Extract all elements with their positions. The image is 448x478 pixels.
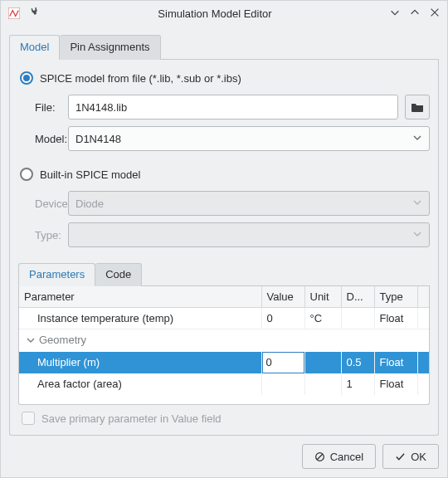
table-row[interactable]: Area factor (area)1Float: [19, 373, 429, 395]
table-row[interactable]: Instance temperature (temp)0°CFloat: [19, 308, 429, 329]
param-name[interactable]: Area factor (area): [19, 373, 261, 395]
device-combo: Diode: [68, 191, 430, 216]
radio-from-file-label: SPICE model from file (*.lib, *.sub or *…: [40, 72, 241, 85]
radio-builtin-label: Built-in SPICE model: [40, 168, 140, 181]
cancel-icon: [314, 451, 325, 462]
param-value[interactable]: [261, 373, 304, 395]
ok-button-label: OK: [411, 451, 426, 463]
param-value[interactable]: [261, 352, 304, 373]
close-icon[interactable]: [429, 7, 441, 21]
svg-line-2: [317, 454, 323, 460]
group-label: Geometry: [39, 334, 86, 346]
model-combo[interactable]: D1N4148: [68, 126, 430, 151]
device-label: Device:: [18, 198, 61, 210]
chevron-down-icon: [412, 229, 422, 241]
cell-spacer: [417, 308, 429, 329]
browse-file-button[interactable]: [405, 95, 430, 120]
pin-icon[interactable]: [29, 7, 41, 21]
param-default: 1: [341, 373, 374, 395]
model-tab-body: SPICE model from file (*.lib, *.sub or *…: [9, 60, 439, 436]
type-label: Type:: [18, 229, 61, 241]
content-area: Model Pin Assignments SPICE model from f…: [1, 26, 447, 436]
col-type[interactable]: Type: [374, 286, 417, 308]
radio-builtin-row[interactable]: Built-in SPICE model: [20, 168, 430, 181]
parameters-panel: Parameter Value Unit D... Type Instance …: [18, 286, 430, 405]
chevron-down-icon: [412, 198, 422, 210]
param-type: Float: [374, 308, 417, 329]
file-input[interactable]: [68, 95, 398, 120]
app-icon: [7, 7, 21, 20]
chevron-down-icon: [412, 133, 422, 145]
radio-from-file[interactable]: [20, 71, 33, 85]
inner-tabstrip: Parameters Code: [18, 262, 430, 286]
cell-spacer: [417, 352, 429, 373]
tab-pin-assignments[interactable]: Pin Assignments: [60, 35, 160, 60]
cell-spacer: [417, 373, 429, 395]
model-combo-value: D1N4148: [75, 133, 121, 145]
tab-code[interactable]: Code: [95, 263, 142, 286]
param-default: 0.5: [341, 352, 374, 373]
col-default[interactable]: D...: [341, 286, 374, 308]
col-parameter[interactable]: Parameter: [19, 286, 261, 308]
minimize-icon[interactable]: [389, 7, 401, 21]
cancel-button[interactable]: Cancel: [302, 444, 376, 469]
table-group-row[interactable]: Geometry: [19, 329, 429, 352]
col-value[interactable]: Value: [261, 286, 304, 308]
col-spacer: [417, 286, 429, 308]
save-primary-label: Save primary parameter in Value field: [41, 412, 222, 425]
param-default: [341, 308, 374, 329]
maximize-icon[interactable]: [409, 7, 421, 21]
device-combo-value: Diode: [75, 198, 104, 210]
title-bar: Simulation Model Editor: [1, 1, 447, 26]
param-type: Float: [374, 352, 417, 373]
cancel-button-label: Cancel: [330, 451, 363, 463]
window-title: Simulation Model Editor: [41, 7, 389, 20]
param-value[interactable]: 0: [261, 308, 304, 329]
check-icon: [395, 451, 406, 462]
radio-from-file-row[interactable]: SPICE model from file (*.lib, *.sub or *…: [20, 71, 430, 85]
param-name[interactable]: Multiplier (m): [19, 352, 261, 373]
table-header-row: Parameter Value Unit D... Type: [19, 286, 429, 308]
file-label: File:: [18, 101, 61, 114]
param-unit: °C: [304, 308, 341, 329]
chevron-down-icon: [26, 335, 36, 345]
dialog-footer: Cancel OK: [1, 436, 447, 477]
model-label: Model:: [18, 133, 61, 145]
param-value-input[interactable]: [262, 352, 304, 373]
ok-button[interactable]: OK: [382, 444, 439, 469]
param-unit: [304, 373, 341, 395]
param-name[interactable]: Instance temperature (temp): [19, 308, 261, 329]
col-unit[interactable]: Unit: [304, 286, 341, 308]
tab-parameters[interactable]: Parameters: [18, 263, 95, 286]
param-type: Float: [374, 373, 417, 395]
type-combo: [68, 222, 430, 247]
param-unit: [304, 352, 341, 373]
parameters-table: Parameter Value Unit D... Type Instance …: [19, 286, 429, 395]
table-row[interactable]: Multiplier (m)0.5Float: [19, 352, 429, 373]
save-primary-checkbox: [22, 412, 35, 425]
save-primary-row: Save primary parameter in Value field: [18, 405, 430, 427]
radio-builtin[interactable]: [20, 168, 33, 181]
tab-model[interactable]: Model: [9, 35, 60, 60]
main-tabstrip: Model Pin Assignments: [9, 34, 439, 60]
